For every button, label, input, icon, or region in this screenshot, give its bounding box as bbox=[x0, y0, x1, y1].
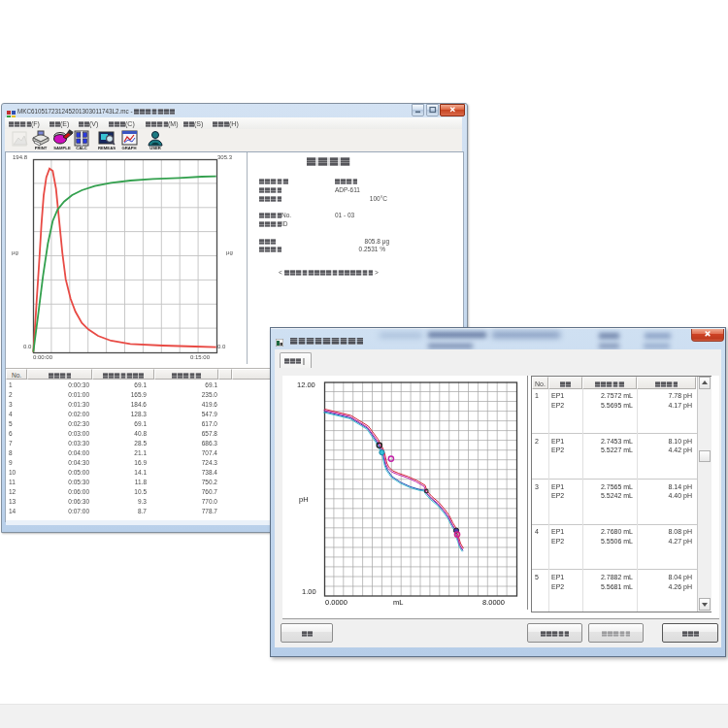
svg-text:USER: USER bbox=[149, 146, 161, 150]
svg-text:REMEAS: REMEAS bbox=[98, 146, 116, 150]
svg-text:SAMPLE: SAMPLE bbox=[53, 146, 71, 150]
svg-text:GRAPH: GRAPH bbox=[121, 146, 136, 150]
svg-text:CALC: CALC bbox=[76, 146, 87, 150]
svg-text:PRINT: PRINT bbox=[35, 146, 48, 150]
